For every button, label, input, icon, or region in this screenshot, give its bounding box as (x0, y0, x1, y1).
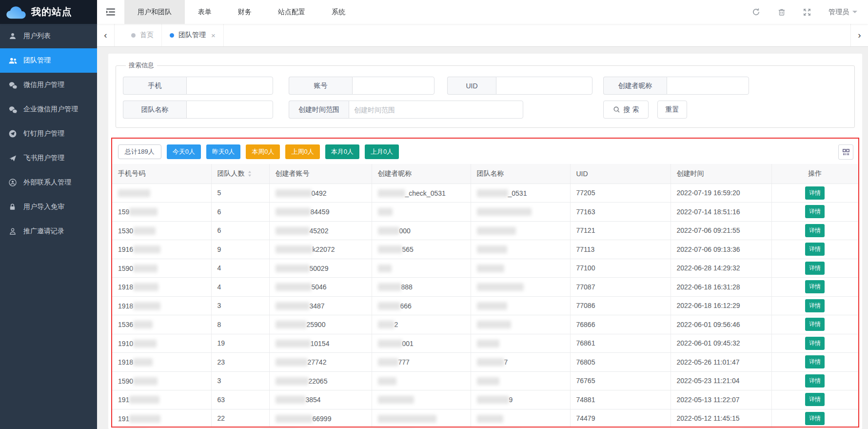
redacted-text (477, 227, 516, 235)
stat-badge[interactable]: 总计189人 (118, 144, 161, 159)
sidebar-item[interactable]: 企业微信用户管理 (0, 97, 97, 122)
phone-input[interactable] (186, 77, 273, 95)
tabs-scroll-right-icon[interactable]: › (850, 24, 868, 46)
phone-cell: 1590 (112, 259, 211, 278)
stat-badge[interactable]: 今天0人 (167, 144, 201, 159)
search-button-label: 搜 索 (624, 105, 639, 114)
sidebar-item[interactable]: 外部联系人管理 (0, 170, 97, 195)
redacted-text (477, 208, 532, 216)
redacted-text (378, 208, 393, 216)
table-column-header[interactable]: 团队人数 (211, 164, 269, 184)
tab-close-icon[interactable]: × (211, 31, 216, 40)
uid-cell: 77100 (570, 259, 671, 278)
redacted-text (378, 321, 395, 328)
team-size-cell: 9 (211, 240, 269, 259)
stat-badge[interactable]: 本周0人 (246, 144, 280, 159)
team-size-cell: 63 (211, 390, 269, 409)
stat-badge[interactable]: 上周0人 (285, 144, 319, 159)
table-row: 19169k22072565771132022-07-06 09:13:36详情 (112, 240, 858, 259)
tab-status-dot-icon (131, 33, 136, 38)
redacted-text (276, 415, 313, 423)
top-nav-tab[interactable]: 站点配置 (265, 0, 318, 24)
detail-button[interactable]: 详情 (805, 374, 825, 388)
created-range-input[interactable] (349, 101, 523, 119)
page-tab[interactable]: 首页 (123, 24, 162, 46)
phone-cell (112, 184, 211, 203)
refresh-icon[interactable] (752, 8, 760, 16)
account-input[interactable] (352, 77, 434, 95)
team-name-cell (471, 334, 570, 353)
detail-button[interactable]: 详情 (805, 224, 825, 237)
stat-badge[interactable]: 上月0人 (365, 144, 399, 159)
sidebar-item[interactable]: 微信用户管理 (0, 73, 97, 97)
table-row: 191823277427777768052022-05-26 11:01:47详… (112, 353, 858, 372)
detail-button[interactable]: 详情 (805, 412, 825, 425)
team-name-input[interactable] (186, 101, 273, 119)
trash-icon[interactable] (778, 8, 786, 16)
stat-badge[interactable]: 本月0人 (325, 144, 359, 159)
redacted-text (133, 340, 157, 347)
redacted-text (133, 227, 156, 235)
team-name-field-label: 团队名称 (123, 101, 186, 119)
detail-button[interactable]: 详情 (805, 299, 825, 312)
top-nav-tab[interactable]: 财务 (225, 0, 265, 24)
created-time-cell: 2022-05-13 11:22:07 (671, 390, 771, 409)
detail-button[interactable]: 详情 (805, 262, 825, 275)
fullscreen-icon[interactable] (803, 8, 811, 16)
reset-button[interactable]: 重置 (657, 101, 687, 119)
team-size-cell: 6 (211, 221, 269, 240)
sidebar-item[interactable]: 用户导入免审 (0, 195, 97, 219)
sidebar-item[interactable]: 推广邀请记录 (0, 219, 97, 244)
detail-button[interactable]: 详情 (805, 393, 825, 406)
search-button[interactable]: 搜 索 (603, 101, 649, 119)
action-cell: 详情 (771, 221, 858, 240)
sort-icon[interactable] (248, 171, 252, 177)
cell-text: 888 (401, 283, 413, 291)
uid-input[interactable] (496, 77, 592, 95)
redacted-text (477, 302, 507, 310)
redacted-text (276, 227, 310, 235)
table-column-header: 创建者账号 (269, 164, 372, 184)
creator-nickname-cell: 000 (372, 221, 471, 240)
detail-button[interactable]: 详情 (805, 205, 825, 218)
column-settings-button[interactable] (838, 144, 853, 160)
action-cell: 详情 (771, 390, 858, 409)
creator-nickname-cell: 2 (372, 315, 471, 334)
sidebar-item[interactable]: 钉钉用户管理 (0, 122, 97, 146)
menu-fold-icon[interactable] (97, 0, 124, 24)
creator-nickname-input[interactable] (667, 77, 749, 95)
sidebar-item[interactable]: 用户列表 (0, 24, 97, 48)
sidebar-item-label: 外部联系人管理 (23, 178, 71, 187)
sidebar-item[interactable]: 团队管理 (0, 48, 97, 73)
table-column-header: 创建时间 (671, 164, 771, 184)
top-nav-tab[interactable]: 用户和团队 (124, 0, 185, 24)
detail-button[interactable]: 详情 (805, 355, 825, 368)
phone-cell: 191 (112, 409, 211, 428)
action-cell: 详情 (771, 353, 858, 372)
page-tabs: 首页团队管理× (115, 24, 224, 46)
team-size-cell: 3 (211, 371, 269, 390)
creator-nickname-cell (372, 259, 471, 278)
cell-text: 1590 (118, 377, 133, 385)
detail-button[interactable]: 详情 (805, 318, 825, 331)
top-nav-tab[interactable]: 表单 (185, 0, 225, 24)
redacted-text (378, 396, 414, 404)
detail-button[interactable]: 详情 (805, 280, 825, 293)
uid-cell: 74479 (570, 409, 671, 428)
page-tab[interactable]: 团队管理× (162, 24, 224, 46)
redacted-text (129, 396, 159, 404)
sidebar-item[interactable]: 飞书用户管理 (0, 146, 97, 170)
admin-dropdown[interactable]: 管理员 (829, 8, 857, 17)
detail-button[interactable]: 详情 (805, 243, 825, 256)
tabs-scroll-left-icon[interactable]: ‹ (97, 24, 115, 46)
top-nav-tab[interactable]: 系统 (318, 0, 358, 24)
stat-badge[interactable]: 昨天0人 (206, 144, 240, 159)
redacted-text (378, 245, 402, 253)
cell-text: 159 (118, 208, 129, 216)
detail-button[interactable]: 详情 (805, 337, 825, 350)
cell-text: 3487 (310, 302, 325, 310)
team-size-cell: 19 (211, 334, 269, 353)
table-header-row: 手机号码团队人数创建者账号创建者昵称团队名称UID创建时间操作 (112, 164, 858, 184)
table-row: 15368259002768662022-06-01 09:56:46详情 (112, 315, 858, 334)
detail-button[interactable]: 详情 (805, 186, 825, 200)
